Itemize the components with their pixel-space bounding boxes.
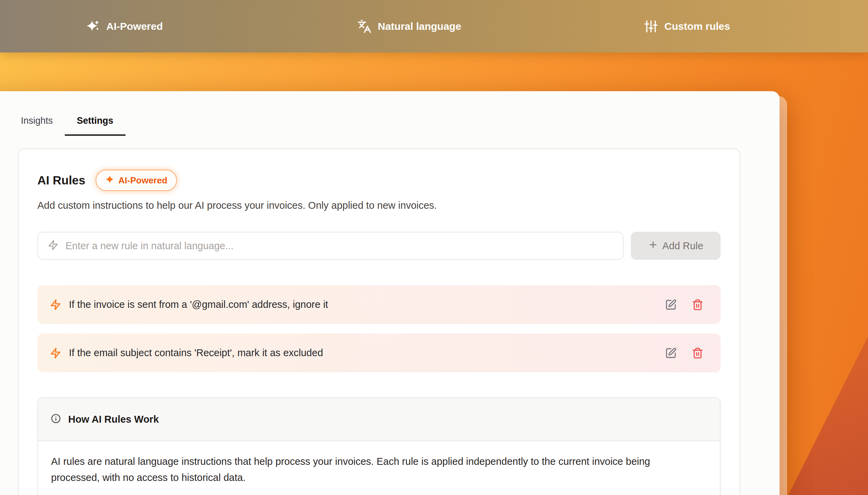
translate-icon <box>357 19 372 34</box>
add-rule-button[interactable]: Add Rule <box>631 232 721 260</box>
feature-ai-powered: AI-Powered <box>86 0 163 52</box>
new-rule-row: Add Rule <box>37 232 721 260</box>
info-header: How AI Rules Work <box>38 398 720 441</box>
tab-insights[interactable]: Insights <box>9 91 65 136</box>
how-rules-work-box: How AI Rules Work AI rules are natural l… <box>37 397 721 495</box>
zap-icon <box>50 299 61 311</box>
feature-natural-language: Natural language <box>357 0 461 52</box>
info-icon <box>50 413 61 425</box>
edit-rule-button[interactable] <box>665 347 677 359</box>
app-window: Insights Settings AI Rules AI-Powered Ad… <box>0 91 780 495</box>
trash-icon <box>692 347 703 359</box>
tab-label: Insights <box>21 116 53 126</box>
pencil-square-icon <box>665 347 677 359</box>
info-body: AI rules are natural language instructio… <box>38 441 710 495</box>
ai-rules-card: AI Rules AI-Powered Add custom instructi… <box>18 148 740 495</box>
trash-icon <box>692 299 703 311</box>
feature-label: AI-Powered <box>106 21 163 32</box>
new-rule-input-wrapper <box>37 232 624 260</box>
feature-bar: AI-Powered Natural language Custom rules <box>0 0 868 52</box>
rule-text: If the email subject contains 'Receipt',… <box>69 347 665 359</box>
plus-icon <box>648 240 658 252</box>
sparkles-icon <box>86 19 100 34</box>
tab-settings[interactable]: Settings <box>65 91 125 136</box>
card-header: AI Rules AI-Powered <box>37 170 721 191</box>
new-rule-input[interactable] <box>65 240 613 252</box>
info-title: How AI Rules Work <box>68 414 159 425</box>
rules-list: If the invoice is sent from a '@gmail.co… <box>37 285 721 372</box>
edit-rule-button[interactable] <box>665 299 677 311</box>
pencil-square-icon <box>665 299 677 311</box>
feature-label: Natural language <box>378 21 461 32</box>
ai-powered-badge: AI-Powered <box>96 170 177 191</box>
zap-icon <box>48 240 59 252</box>
tab-label: Settings <box>77 116 113 126</box>
rule-row: If the email subject contains 'Receipt',… <box>37 334 721 372</box>
badge-label: AI-Powered <box>118 175 167 186</box>
delete-rule-button[interactable] <box>692 299 703 311</box>
card-description: Add custom instructions to help our AI p… <box>37 200 721 211</box>
delete-rule-button[interactable] <box>692 347 703 359</box>
feature-label: Custom rules <box>664 21 730 32</box>
rule-row: If the invoice is sent from a '@gmail.co… <box>37 285 721 324</box>
rule-text: If the invoice is sent from a '@gmail.co… <box>69 299 665 310</box>
sliders-icon <box>644 19 658 34</box>
tab-bar: Insights Settings <box>9 91 780 136</box>
feature-custom-rules: Custom rules <box>644 0 730 52</box>
sparkle-icon <box>105 175 114 186</box>
add-rule-label: Add Rule <box>662 240 703 252</box>
zap-icon <box>50 347 61 359</box>
page-title: AI Rules <box>37 173 85 187</box>
